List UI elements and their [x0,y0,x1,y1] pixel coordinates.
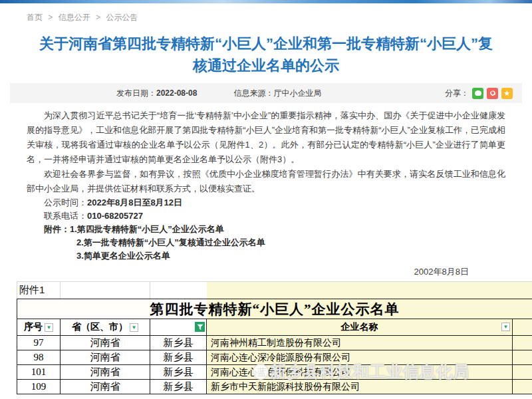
cell-seq: 101 [17,365,61,379]
breadcrumb-info-disclosure[interactable]: 信息公开 [59,13,90,22]
table-title: 第四批专精特新“小巨人”企业公示名单 [17,299,532,319]
attachment-item-3: 3.简单更名企业公示名单 [27,249,505,263]
attachment1-spreadsheet: 附件1 第四批专精特新“小巨人”企业公示名单 序号 ▼ 省（区、市） ▼ 企业名… [17,281,532,394]
contact-phone: 联系电话：010-68205727 [27,209,505,223]
article-meta-bar: 发布日期：2022-08-08 信息来源：厅中小企业局 分享： ★ [10,83,522,103]
column-header-seq: 序号 ▼ [17,319,61,335]
breadcrumb-home[interactable]: 首页 [27,13,43,22]
qzone-share-icon[interactable]: ★ [501,88,513,99]
paragraph: 欢迎社会各界参与监督，如有异议，按照《优质中小企业梯度培育管理暂行办法》中有关要… [27,167,505,196]
weibo-share-icon[interactable] [487,88,498,99]
cell-city: 新乡县 [150,336,207,350]
filter-dropdown-icon[interactable]: ▼ [501,323,510,331]
breadcrumb: 首页 > 信息公开 > 公示公告 [0,3,532,23]
sheet-corner-row: 附件1 [17,281,532,299]
share-label: 分享： [445,88,469,99]
wechat-share-icon[interactable] [472,88,483,99]
attachment-item-2: 2.第一批专精特新“小巨人”复核通过企业公示名单 [27,236,505,249]
article-body: 为深入贯彻习近平总书记关于“培育一批‘专精特新’中小企业”的重要指示精神，落实中… [27,108,505,263]
column-header-city [150,319,207,335]
cell-province: 河南省 [61,336,150,350]
cell-province: 河南省 [61,350,150,364]
cell-city: 新乡县 [150,365,207,379]
publish-date: 发布日期：2022-08-08 [116,88,197,99]
cell-city: 新乡县 [150,380,207,394]
column-header-company: 企业名称 ▼ [207,319,513,335]
table-header-row: 序号 ▼ 省（区、市） ▼ 企业名称 ▼ [17,319,532,336]
cell-seq: 109 [17,380,61,394]
cell-company: 河南心连心蓝色环保科技有限公司 [207,365,513,379]
attachment-item-1: 附件：1.第四批专精特新“小巨人”企业公示名单 [27,223,505,236]
info-source: 信息来源：厅中小企业局 [233,88,321,99]
cell-company: 新乡市中天新能源科技股份有限公司 [207,380,513,394]
page-title: 关于河南省第四批专精特新“小巨人”企业和第一批专精特新“小巨人”复核通过企业名单… [37,33,495,76]
table-row: 109 河南省 新乡县 新乡市中天新能源科技股份有限公司 [17,380,532,394]
cell-company: 河南心连心深冷能源股份有限公司 [207,350,513,364]
breadcrumb-separator: > [48,13,53,22]
paragraph: 为深入贯彻习近平总书记关于“培育一批‘专精特新’中小企业”的重要指示精神，落实中… [27,108,505,167]
publicity-period: 公示时间：2022年8月8日至8月12日 [27,196,505,209]
column-header-province: 省（区、市） ▼ [61,319,150,335]
table-row: 101 河南省 新乡县 河南心连心蓝色环保科技有限公司 [17,365,532,380]
cell-city: 新乡县 [150,350,207,364]
breadcrumb-current: 公示公告 [106,13,138,22]
share-bar: 分享： ★ [445,88,522,99]
attachment1-label: 附件1 [17,282,61,299]
filter-dropdown-icon[interactable]: ▼ [130,323,138,332]
cell-company: 河南神州精工制造股份有限公司 [207,336,513,350]
cell-province: 河南省 [61,380,150,394]
cell-province: 河南省 [61,365,150,379]
filter-dropdown-icon[interactable]: ▼ [45,323,53,332]
table-row: 97 河南省 新乡县 河南神州精工制造股份有限公司 [17,336,532,350]
active-filter-funnel-icon[interactable] [195,322,205,332]
table-row: 98 河南省 新乡县 河南心连心深冷能源股份有限公司 [17,350,532,365]
cell-seq: 97 [17,336,61,350]
document-date: 2002年8月8日 [0,265,532,279]
cell-seq: 98 [17,350,61,364]
breadcrumb-separator: > [96,13,100,22]
